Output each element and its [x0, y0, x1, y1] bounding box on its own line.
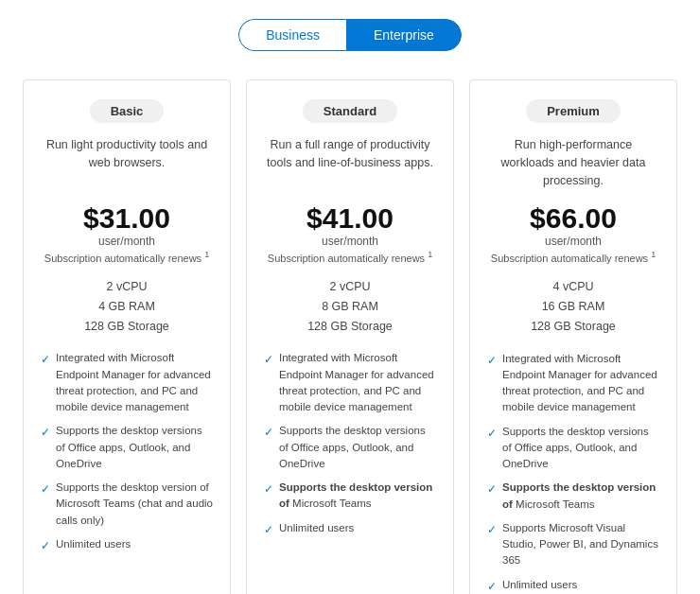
plan-standard-price: $41.00: [306, 204, 394, 233]
check-icon: ✓: [264, 351, 273, 368]
feature-item: ✓ Integrated with Microsoft Endpoint Man…: [41, 350, 213, 415]
check-icon: ✓: [487, 578, 497, 594]
feature-item: ✓ Supports Microsoft Visual Studio, Powe…: [487, 520, 659, 569]
check-icon: ✓: [487, 521, 497, 538]
tab-bar: Business Enterprise: [238, 19, 462, 51]
plan-standard-features: ✓ Integrated with Microsoft Endpoint Man…: [264, 350, 436, 594]
tab-business[interactable]: Business: [238, 19, 346, 51]
check-icon: ✓: [264, 480, 273, 498]
check-icon: ✓: [41, 480, 50, 498]
check-icon: ✓: [41, 537, 50, 554]
check-icon: ✓: [264, 521, 273, 538]
feature-item: ✓ Supports the desktop versions of Offic…: [487, 424, 659, 473]
plan-basic: Basic Run light productivity tools and w…: [23, 79, 231, 594]
feature-item: ✓ Supports the desktop version of Micros…: [487, 480, 659, 513]
plan-standard-description: Run a full range of productivity tools a…: [264, 136, 436, 189]
plan-standard-badge: Standard: [303, 99, 397, 123]
plan-basic-renews: Subscription automatically renews 1: [44, 250, 209, 264]
plan-premium-renews: Subscription automatically renews 1: [491, 250, 656, 264]
plans-container: Basic Run light productivity tools and w…: [19, 79, 681, 594]
plan-premium-description: Run high-performance workloads and heavi…: [487, 136, 659, 189]
check-icon: ✓: [41, 351, 50, 368]
plan-standard-specs: 2 vCPU 8 GB RAM 128 GB Storage: [307, 277, 393, 338]
feature-item: ✓ Unlimited users: [264, 520, 436, 538]
plan-premium-unit: user/month: [545, 235, 602, 248]
plan-basic-description: Run light productivity tools and web bro…: [41, 136, 213, 189]
plan-basic-price: $31.00: [83, 204, 170, 233]
plan-premium-price: $66.00: [530, 204, 617, 233]
plan-premium-badge: Premium: [526, 99, 621, 123]
plan-premium-features: ✓ Integrated with Microsoft Endpoint Man…: [487, 351, 659, 594]
feature-item: ✓ Unlimited users: [487, 577, 659, 594]
plan-standard-renews: Subscription automatically renews 1: [268, 250, 432, 264]
plan-premium-specs: 4 vCPU 16 GB RAM 128 GB Storage: [531, 277, 616, 338]
plan-premium: Premium Run high-performance workloads a…: [469, 79, 677, 594]
feature-item: ✓ Integrated with Microsoft Endpoint Man…: [264, 350, 436, 415]
tab-enterprise[interactable]: Enterprise: [346, 19, 462, 51]
feature-item: ✓ Supports the desktop version of Micros…: [41, 480, 213, 529]
feature-item: ✓ Supports the desktop versions of Offic…: [41, 423, 213, 472]
plan-standard: Standard Run a full range of productivit…: [246, 79, 454, 594]
check-icon: ✓: [487, 425, 497, 442]
feature-item: ✓ Supports the desktop versions of Offic…: [264, 423, 436, 472]
plan-basic-features: ✓ Integrated with Microsoft Endpoint Man…: [41, 350, 213, 594]
plan-standard-unit: user/month: [322, 235, 378, 248]
check-icon: ✓: [487, 352, 497, 369]
plan-basic-specs: 2 vCPU 4 GB RAM 128 GB Storage: [84, 277, 169, 338]
check-icon: ✓: [41, 424, 50, 441]
plan-basic-unit: user/month: [98, 235, 155, 248]
plan-basic-badge: Basic: [90, 99, 165, 123]
feature-item: ✓ Supports the desktop version of Micros…: [264, 480, 436, 513]
check-icon: ✓: [487, 480, 497, 498]
feature-item: ✓ Integrated with Microsoft Endpoint Man…: [487, 351, 659, 416]
feature-item: ✓ Unlimited users: [41, 536, 213, 554]
check-icon: ✓: [264, 424, 273, 441]
